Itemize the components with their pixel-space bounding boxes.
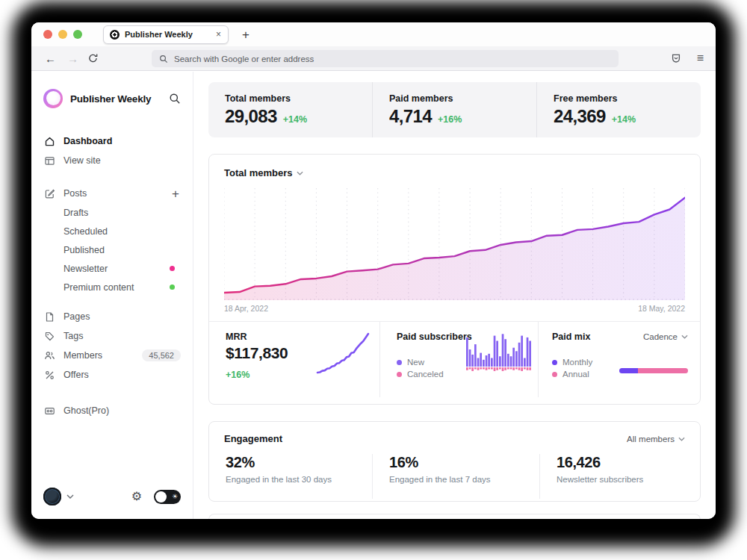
- chart-date-end: 18 May, 2022: [638, 304, 685, 313]
- sidebar-item-pages[interactable]: Pages: [43, 307, 181, 326]
- legend-canceled-label: Canceled: [407, 370, 444, 379]
- close-tab-icon[interactable]: ×: [215, 30, 222, 39]
- chevron-down-icon[interactable]: [66, 494, 74, 499]
- stat-value: 29,083: [225, 106, 277, 127]
- cadence-dropdown[interactable]: Cadence: [643, 332, 688, 341]
- ghost-favicon-icon: [110, 30, 120, 40]
- paid-mix-monthly-segment: [619, 368, 638, 373]
- menu-icon[interactable]: ≡: [697, 52, 704, 64]
- tab-bar: Publisher Weekly × +: [31, 22, 716, 46]
- members-count-badge: 45,562: [142, 349, 181, 361]
- paid-subscribers-panel: Paid subscribers New Canceled: [379, 322, 538, 397]
- chart-date-start: 18 Apr, 2022: [224, 304, 268, 313]
- engagement-card: Engagement All members 32% Engaged in th…: [208, 421, 701, 502]
- sidebar-item-label: Tags: [63, 331, 83, 341]
- engagement-value: 16,426: [557, 454, 700, 471]
- site-logo: [43, 89, 63, 108]
- sidebar-item-scheduled[interactable]: Scheduled: [43, 222, 181, 240]
- engagement-value: 32%: [226, 454, 372, 471]
- search-icon: [159, 55, 168, 63]
- user-avatar[interactable]: [43, 488, 61, 505]
- stat-label: Total members: [225, 93, 372, 104]
- settings-button[interactable]: ⚙: [131, 491, 142, 503]
- sidebar-item-dashboard[interactable]: Dashboard: [43, 131, 181, 151]
- edit-icon: [43, 188, 55, 199]
- sidebar-item-label: Newsletter: [63, 264, 108, 274]
- mrr-panel: MRR $117,830 +16%: [209, 322, 379, 397]
- sidebar-item-tags[interactable]: Tags: [43, 326, 181, 346]
- forward-button: →: [67, 53, 78, 64]
- mrr-sparkline-chart: [315, 328, 371, 379]
- minimize-window-button[interactable]: [58, 30, 67, 39]
- add-post-button[interactable]: +: [172, 187, 179, 200]
- sidebar-item-published[interactable]: Published: [43, 240, 181, 259]
- stat-label: Free members: [554, 93, 701, 104]
- shield-icon[interactable]: [671, 53, 681, 63]
- cadence-dropdown-label: Cadence: [643, 332, 678, 341]
- engagement-title: Engagement: [224, 433, 282, 444]
- back-button[interactable]: ←: [45, 53, 56, 64]
- legend-annual-dot: [552, 372, 557, 377]
- stat-value: 4,714: [389, 106, 432, 127]
- sidebar-item-drafts[interactable]: Drafts: [43, 203, 181, 222]
- browser-toolbar: ← → Search with Google or enter address …: [31, 46, 716, 71]
- paid-mix-panel: Paid mix Cadence Monthly Annual: [538, 322, 700, 397]
- sidebar-item-newsletter[interactable]: Newsletter: [43, 259, 181, 278]
- sun-icon: ☀: [172, 494, 178, 500]
- paid-subscribers-title: Paid subscribers: [397, 332, 472, 342]
- site-title: Publisher Weekly: [70, 93, 151, 105]
- paid-mix-stacked-bar: [619, 368, 688, 373]
- sidebar: Publisher Weekly Dashboard View site: [31, 72, 193, 519]
- theme-toggle[interactable]: ☀: [154, 490, 181, 504]
- gear-icon: ⚙: [131, 490, 142, 503]
- engagement-7-days: 16% Engaged in the last 7 days: [372, 454, 539, 499]
- sidebar-item-label: View site: [63, 155, 101, 166]
- sidebar-item-members[interactable]: Members 45,562: [43, 346, 181, 365]
- browser-tab[interactable]: Publisher Weekly ×: [103, 25, 229, 44]
- toggle-knob: [155, 491, 167, 503]
- sidebar-item-label: Drafts: [63, 208, 88, 218]
- sidebar-item-offers[interactable]: Offers: [43, 365, 181, 385]
- legend-canceled-dot: [397, 372, 402, 377]
- close-window-button[interactable]: [43, 30, 52, 39]
- stat-label: Paid members: [389, 93, 536, 104]
- engagement-caption: Engaged in the last 30 days: [226, 475, 372, 484]
- paid-subscribers-bar-chart: [466, 329, 532, 379]
- engagement-newsletter-subscribers: 16,426 Newsletter subscribers: [539, 454, 700, 499]
- browser-window: Publisher Weekly × + ← → Search with Goo…: [31, 22, 716, 519]
- stat-delta: +14%: [283, 114, 307, 125]
- sidebar-item-label: Members: [63, 350, 102, 361]
- sidebar-item-view-site[interactable]: View site: [43, 151, 181, 170]
- legend-annual-label: Annual: [562, 370, 589, 379]
- sidebar-item-ghost-pro[interactable]: Ghost(Pro): [43, 401, 181, 420]
- page-icon: [43, 311, 55, 323]
- sidebar-item-label: Posts: [63, 188, 87, 199]
- engagement-caption: Engaged in the last 7 days: [389, 475, 539, 484]
- legend-new-label: New: [407, 358, 424, 367]
- all-members-dropdown[interactable]: All members: [627, 435, 685, 444]
- mrr-value: $117,830: [226, 344, 288, 362]
- zoom-window-button[interactable]: [73, 30, 82, 39]
- new-tab-button[interactable]: +: [242, 28, 249, 41]
- members-icon: [43, 350, 55, 361]
- engagement-30-days: 32% Engaged in the last 30 days: [209, 454, 372, 499]
- mrr-delta: +16%: [226, 370, 249, 380]
- stat-total-members: Total members 29,083+14%: [208, 82, 372, 137]
- premium-dot: [170, 284, 175, 290]
- search-button[interactable]: [169, 93, 181, 105]
- stat-delta: +16%: [438, 114, 462, 125]
- newsletter-dot: [170, 266, 175, 271]
- ghost-pro-icon: [43, 405, 55, 417]
- address-bar[interactable]: Search with Google or enter address: [152, 50, 619, 67]
- all-members-dropdown-label: All members: [627, 435, 675, 444]
- dashboard-main: Total members 29,083+14% Paid members 4,…: [193, 72, 716, 519]
- chart-title: Total members: [224, 167, 293, 178]
- members-chart-card: Total members: [208, 154, 701, 405]
- sidebar-item-posts[interactable]: Posts +: [43, 184, 181, 203]
- address-placeholder: Search with Google or enter address: [174, 55, 314, 63]
- percent-icon: [43, 370, 55, 381]
- chevron-down-icon[interactable]: [297, 171, 303, 175]
- refresh-button[interactable]: [88, 54, 98, 63]
- sidebar-item-premium-content[interactable]: Premium content: [43, 278, 181, 296]
- engagement-value: 16%: [389, 454, 539, 471]
